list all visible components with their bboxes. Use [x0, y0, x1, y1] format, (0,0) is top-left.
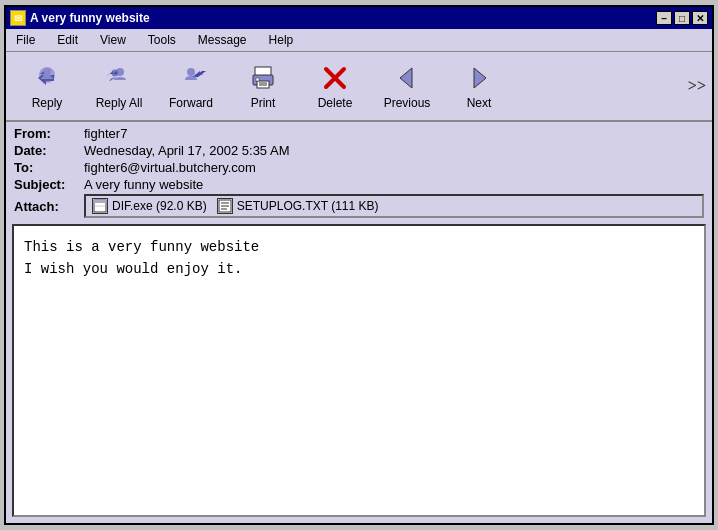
txt-file-icon: [217, 198, 233, 214]
toolbar: Reply Reply All: [6, 52, 712, 122]
menu-file[interactable]: File: [10, 31, 41, 49]
next-label: Next: [467, 96, 492, 110]
reply-all-button[interactable]: Reply All: [84, 56, 154, 116]
close-button[interactable]: ✕: [692, 11, 708, 25]
attach-files: DIF.exe (92.0 KB) SETUPLOG.TXT (111 KB): [84, 194, 704, 218]
attach-row: Attach: DIF.exe (92.0 KB): [14, 194, 704, 218]
subject-value: A very funny website: [84, 177, 203, 192]
maximize-button[interactable]: □: [674, 11, 690, 25]
delete-button[interactable]: Delete: [300, 56, 370, 116]
exe-file-icon: [92, 198, 108, 214]
email-header: From: fighter7 Date: Wednesday, April 17…: [6, 122, 712, 224]
from-label: From:: [14, 126, 84, 141]
toolbar-overflow[interactable]: >>: [688, 77, 706, 95]
svg-rect-15: [256, 78, 259, 81]
date-label: Date:: [14, 143, 84, 158]
menu-view[interactable]: View: [94, 31, 132, 49]
next-icon: [463, 62, 495, 94]
title-bar-left: ✉ A very funny website: [10, 10, 150, 26]
forward-icon: [175, 62, 207, 94]
reply-all-label: Reply All: [96, 96, 143, 110]
subject-label: Subject:: [14, 177, 84, 192]
to-label: To:: [14, 160, 84, 175]
reply-icon: [31, 62, 63, 94]
print-label: Print: [251, 96, 276, 110]
forward-button[interactable]: Forward: [156, 56, 226, 116]
email-window: ✉ A very funny website – □ ✕ File Edit V…: [4, 5, 714, 525]
attachment-1[interactable]: SETUPLOG.TXT (111 KB): [217, 198, 379, 214]
print-icon: [247, 62, 279, 94]
menu-bar: File Edit View Tools Message Help: [6, 29, 712, 52]
subject-row: Subject: A very funny website: [14, 177, 704, 192]
reply-all-icon: [103, 62, 135, 94]
date-row: Date: Wednesday, April 17, 2002 5:35 AM: [14, 143, 704, 158]
print-button[interactable]: Print: [228, 56, 298, 116]
delete-label: Delete: [318, 96, 353, 110]
next-button[interactable]: Next: [444, 56, 514, 116]
to-value: fighter6@virtual.butchery.com: [84, 160, 256, 175]
to-row: To: fighter6@virtual.butchery.com: [14, 160, 704, 175]
minimize-button[interactable]: –: [656, 11, 672, 25]
date-value: Wednesday, April 17, 2002 5:35 AM: [84, 143, 290, 158]
svg-marker-21: [474, 68, 486, 88]
menu-help[interactable]: Help: [263, 31, 300, 49]
title-bar: ✉ A very funny website – □ ✕: [6, 7, 712, 29]
attachment-0-name: DIF.exe (92.0 KB): [112, 199, 207, 213]
email-body-text: This is a very funny website I wish you …: [24, 236, 694, 281]
reply-button[interactable]: Reply: [12, 56, 82, 116]
previous-button[interactable]: Previous: [372, 56, 442, 116]
from-row: From: fighter7: [14, 126, 704, 141]
title-bar-buttons: – □ ✕: [656, 11, 708, 25]
menu-edit[interactable]: Edit: [51, 31, 84, 49]
svg-marker-20: [400, 68, 412, 88]
menu-message[interactable]: Message: [192, 31, 253, 49]
previous-label: Previous: [384, 96, 431, 110]
attach-label: Attach:: [14, 199, 84, 214]
reply-label: Reply: [32, 96, 63, 110]
window-icon: ✉: [10, 10, 26, 26]
email-body: This is a very funny website I wish you …: [12, 224, 706, 517]
attachment-0[interactable]: DIF.exe (92.0 KB): [92, 198, 207, 214]
delete-icon: [319, 62, 351, 94]
from-value: fighter7: [84, 126, 127, 141]
attachment-1-name: SETUPLOG.TXT (111 KB): [237, 199, 379, 213]
previous-icon: [391, 62, 423, 94]
svg-point-3: [43, 68, 51, 76]
window-title: A very funny website: [30, 11, 150, 25]
svg-point-9: [187, 68, 195, 76]
svg-rect-23: [94, 200, 106, 203]
menu-tools[interactable]: Tools: [142, 31, 182, 49]
forward-label: Forward: [169, 96, 213, 110]
